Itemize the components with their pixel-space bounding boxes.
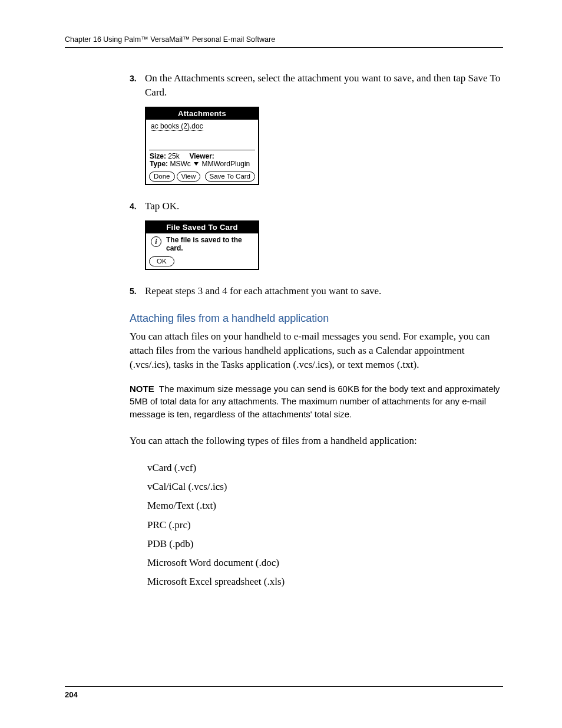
attachment-listbox[interactable]: ac books (2).doc	[149, 121, 255, 150]
section-heading: Attaching files from a handheld applicat…	[130, 312, 503, 325]
file-saved-dialog: File Saved To Card i The file is saved t…	[145, 220, 259, 270]
step-4: 4. Tap OK.	[130, 199, 503, 213]
list-item: Microsoft Excel spreadsheet (.xls)	[147, 572, 503, 591]
dialog-title: File Saved To Card	[146, 222, 258, 233]
page-number: 204	[65, 690, 503, 699]
footer-rule	[65, 686, 503, 687]
following-paragraph: You can attach the following types of fi…	[130, 434, 503, 448]
intro-paragraph: You can attach files on your handheld to…	[130, 330, 503, 371]
step-number: 4.	[130, 199, 145, 213]
dropdown-icon[interactable]	[194, 162, 199, 166]
attachments-screen: Attachments ac books (2).doc Size: 25k V…	[145, 107, 259, 186]
file-type-list: vCard (.vcf) vCal/iCal (.vcs/.ics) Memo/…	[147, 459, 503, 592]
save-to-card-button[interactable]: Save To Card	[205, 172, 255, 182]
step-text: Repeat steps 3 and 4 for each attachment…	[145, 284, 503, 298]
size-value: 25k	[168, 152, 179, 160]
attachments-title: Attachments	[146, 108, 258, 120]
note-label: NOTE	[130, 384, 154, 394]
step-text: Tap OK.	[145, 199, 503, 213]
running-header: Chapter 16 Using Palm™ VersaMail™ Person…	[65, 35, 503, 44]
step-number: 3.	[130, 71, 145, 100]
page-footer: 204	[65, 686, 503, 699]
view-button[interactable]: View	[177, 172, 201, 182]
type-label: Type:	[150, 160, 168, 168]
viewer-label: Viewer:	[189, 152, 214, 160]
list-item: PDB (.pdb)	[147, 535, 503, 554]
list-item: PRC (.prc)	[147, 516, 503, 535]
step-text: On the Attachments screen, select the at…	[145, 71, 503, 100]
ok-button[interactable]: OK	[149, 256, 174, 267]
list-item: Memo/Text (.txt)	[147, 496, 503, 515]
attachment-meta: Size: 25k Viewer: Type: MSWc MMWordPlugi…	[146, 153, 258, 170]
info-icon: i	[151, 236, 161, 247]
done-button[interactable]: Done	[149, 172, 175, 182]
step-number: 5.	[130, 284, 145, 298]
note-body: The maximum size message you can send is…	[130, 384, 500, 420]
list-item: vCal/iCal (.vcs/.ics)	[147, 477, 503, 496]
step-5: 5. Repeat steps 3 and 4 for each attachm…	[130, 284, 503, 298]
size-label: Size:	[150, 152, 166, 160]
step-3: 3. On the Attachments screen, select the…	[130, 71, 503, 100]
plugin-value: MMWordPlugin	[201, 160, 250, 168]
attachment-filename[interactable]: ac books (2).doc	[151, 123, 203, 131]
list-item: Microsoft Word document (.doc)	[147, 554, 503, 572]
note-paragraph: NOTE The maximum size message you can se…	[130, 383, 503, 421]
header-rule	[65, 47, 503, 48]
list-item: vCard (.vcf)	[147, 459, 503, 477]
type-value: MSWc	[170, 160, 190, 168]
dialog-message: The file is saved to the card.	[166, 236, 252, 253]
